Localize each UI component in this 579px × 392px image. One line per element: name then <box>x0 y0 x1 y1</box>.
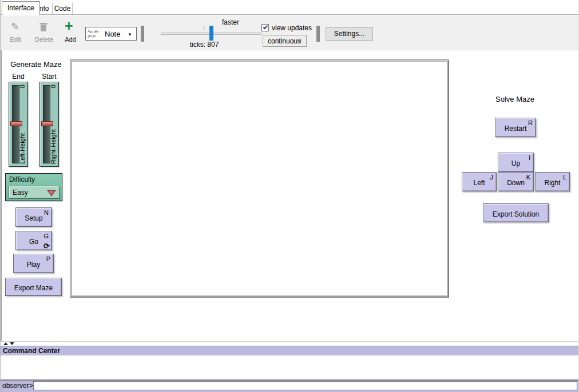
chooser-value: Easy <box>13 189 28 197</box>
command-input[interactable] <box>33 381 577 390</box>
shortcut-key: G <box>43 233 49 239</box>
update-mode-value: continuous <box>268 37 301 45</box>
netlogo-window: Interface Info Code ✎ Edit Delete + Add … <box>0 0 579 392</box>
tab-interface[interactable]: Interface <box>2 1 40 15</box>
trash-lid <box>39 23 47 25</box>
speed-slider-center-tick <box>204 26 204 31</box>
update-mode-dropdown[interactable]: continuous ∨ <box>263 35 307 47</box>
start-label: Start <box>39 73 59 81</box>
window-left-border <box>1 50 2 342</box>
generate-maze-title: Generate Maze <box>5 60 67 69</box>
add-plus-icon[interactable]: + <box>65 18 73 34</box>
widget-type-value: Note <box>105 30 120 38</box>
button-label: Export Maze <box>6 284 61 292</box>
shortcut-key: N <box>44 209 49 216</box>
view-updates-label: view updates <box>272 24 312 32</box>
button-label: Up <box>498 159 533 167</box>
toolbar-separator <box>141 26 144 42</box>
chooser-value-box[interactable]: Easy <box>9 186 60 199</box>
edit-button[interactable]: Edit <box>5 36 26 43</box>
difficulty-chooser[interactable]: Difficulty Easy <box>5 173 62 201</box>
trash-body <box>41 25 46 31</box>
left-button[interactable]: Left J <box>462 172 497 191</box>
export-solution-button[interactable]: Export Solution <box>483 203 549 222</box>
button-label: Export Solution <box>483 210 548 218</box>
tab-bar: Interface Info Code <box>1 0 578 15</box>
note-widget-icon: Abc def ghi jkl <box>88 30 103 39</box>
solve-maze-title: Solve Maze <box>486 95 544 103</box>
up-button[interactable]: Up I <box>498 153 534 172</box>
chevron-down-icon: ∨ <box>298 38 302 44</box>
command-center-title: Command Center <box>3 347 60 355</box>
edit-pencil-icon[interactable]: ✎ <box>11 21 19 33</box>
widget-type-dropdown[interactable]: Abc def ghi jkl Note ▼ <box>85 27 137 41</box>
maze-world-view <box>72 62 447 295</box>
export-maze-button[interactable]: Export Maze <box>5 278 62 296</box>
observer-prompt-label: observer> <box>2 382 33 390</box>
dropdown-arrow-icon: ▼ <box>128 32 132 37</box>
shortcut-key: K <box>526 174 530 181</box>
right-button[interactable]: Right L <box>535 172 570 191</box>
slider-handle[interactable] <box>41 121 53 126</box>
command-prompt-row: observer> <box>1 381 579 390</box>
speed-slider-handle[interactable] <box>209 26 213 41</box>
shortcut-key: P <box>46 255 50 262</box>
chooser-label: Difficulty <box>9 175 35 183</box>
right-height-slider[interactable]: 0 Right-Height <box>39 82 59 167</box>
go-button[interactable]: Go G ⟳ <box>15 231 52 250</box>
shortcut-key: L <box>563 174 566 181</box>
slider-name: Right-Height <box>50 129 57 164</box>
delete-button[interactable]: Delete <box>33 36 55 43</box>
settings-button[interactable]: Settings... <box>326 27 373 41</box>
slider-name: Left-Height <box>19 133 26 164</box>
ticks-counter: ticks: 807 <box>179 41 230 49</box>
shortcut-key: R <box>528 119 533 126</box>
restart-button[interactable]: Restart R <box>495 118 536 137</box>
splitter-up-icon[interactable] <box>3 342 8 345</box>
add-button[interactable]: Add <box>60 36 81 43</box>
command-center-output <box>1 355 579 379</box>
end-label: End <box>9 73 28 81</box>
command-center-splitter[interactable] <box>1 342 579 346</box>
delete-trash-icon[interactable] <box>40 23 47 31</box>
slider-handle[interactable] <box>10 121 22 126</box>
shortcut-key: I <box>529 154 530 161</box>
chooser-triangle-icon <box>47 190 56 197</box>
speed-faster-label: faster <box>213 18 248 26</box>
slider-value: 0 <box>19 85 26 88</box>
slider-value: 0 <box>50 85 57 88</box>
setup-button[interactable]: Setup N <box>15 207 52 227</box>
shortcut-key: J <box>490 174 494 181</box>
toolbar-separator <box>316 26 320 42</box>
checkmark-icon <box>263 25 268 29</box>
left-height-slider[interactable]: 0 Left-Height <box>9 82 28 167</box>
command-center-header: Command Center <box>1 346 579 355</box>
down-button[interactable]: Down K <box>498 172 534 191</box>
forever-icon: ⟳ <box>43 242 50 250</box>
splitter-down-icon[interactable] <box>10 342 14 345</box>
tab-code[interactable]: Code <box>53 3 73 14</box>
view-updates-checkbox[interactable] <box>261 24 269 31</box>
play-button[interactable]: Play P <box>13 254 54 273</box>
